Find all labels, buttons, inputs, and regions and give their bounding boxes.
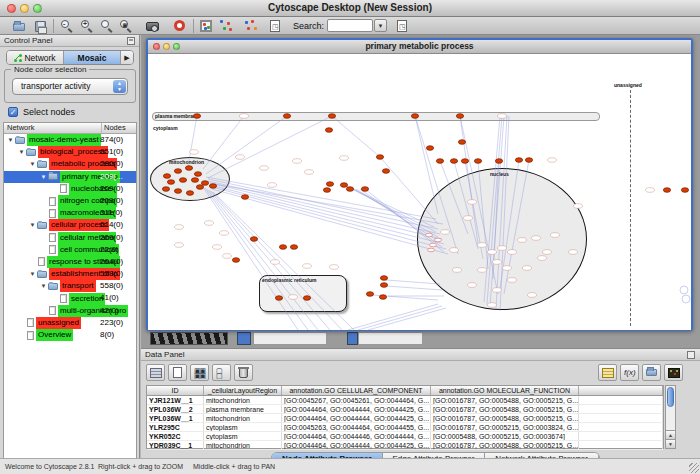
gene-node[interactable] xyxy=(162,187,169,192)
gene-label-node[interactable] xyxy=(426,233,433,237)
table-cell[interactable]: [GO:0044464, GO:0044446, GO:0044444, G..… xyxy=(282,432,431,440)
gene-label-node[interactable] xyxy=(478,268,487,273)
delete-attribute-icon[interactable] xyxy=(234,364,253,381)
background-window-fragment[interactable] xyxy=(237,332,251,345)
tree-row[interactable]: ▼transport558(0) xyxy=(4,280,136,292)
gene-label-node[interactable] xyxy=(468,283,477,288)
tree-row-label[interactable]: transport xyxy=(60,280,96,292)
expander-icon[interactable]: ▼ xyxy=(6,134,15,146)
column-header[interactable] xyxy=(579,386,663,395)
gene-node[interactable] xyxy=(436,159,443,164)
gene-label-node[interactable] xyxy=(435,238,442,242)
gene-label-node[interactable] xyxy=(508,278,517,283)
attribute-table[interactable]: ID_cellularLayoutRegionannotation.GO CEL… xyxy=(146,385,664,449)
zoom-selected-icon[interactable]: ▣ xyxy=(119,19,134,33)
gene-label-node[interactable] xyxy=(430,243,437,247)
gene-label-node[interactable] xyxy=(268,183,277,188)
select-attributes-icon[interactable]: ▣▣▣▣ xyxy=(190,364,209,381)
gene-label-node[interactable] xyxy=(305,170,314,175)
gene-label-node[interactable] xyxy=(478,243,487,248)
gene-node[interactable] xyxy=(209,184,216,189)
gene-label-node[interactable] xyxy=(464,216,473,221)
tree-row[interactable]: ▼establishment of lo558(0) xyxy=(4,268,136,280)
tree-row[interactable]: ▼mosaic-demo-yeast874(0) xyxy=(4,134,136,146)
table-row[interactable]: YJR121W__1mitochondrion[GO:0045267, GO:0… xyxy=(147,396,663,405)
import-attributes-icon[interactable] xyxy=(642,364,661,381)
gene-node[interactable] xyxy=(275,296,282,301)
table-cell[interactable]: cytoplasm xyxy=(204,432,282,440)
gene-label-node[interactable] xyxy=(508,250,517,255)
table-cell[interactable]: [GO:0016787, GO:0005488, GO:0005215, G..… xyxy=(431,405,579,413)
gene-node[interactable] xyxy=(450,159,457,164)
gene-node[interactable] xyxy=(196,185,203,190)
gene-node[interactable] xyxy=(379,295,386,300)
gene-node[interactable] xyxy=(325,128,332,133)
background-window-fragment[interactable] xyxy=(358,332,423,345)
tree-row[interactable]: Overview8(0) xyxy=(4,329,136,341)
gene-label-node[interactable] xyxy=(175,243,184,248)
table-cell[interactable]: YLR295C xyxy=(147,423,204,431)
column-header[interactable]: _cellularLayoutRegion xyxy=(204,386,282,395)
gene-label-node[interactable] xyxy=(532,236,541,241)
gene-node[interactable] xyxy=(174,189,181,194)
table-cell[interactable] xyxy=(579,441,663,449)
tree-row[interactable]: ▼cellular process614(0) xyxy=(4,219,136,231)
table-vertical-scrollbar[interactable]: ▲ ▼ xyxy=(665,385,676,449)
gene-label-node[interactable] xyxy=(528,293,537,298)
tree-row[interactable]: macromolecule311(0) xyxy=(4,207,136,219)
select-nodes-checkbox[interactable]: ✓ xyxy=(8,107,18,117)
tree-row[interactable]: response to stimulu264(0) xyxy=(4,256,136,268)
table-row[interactable]: YKR052Ccytoplasm[GO:0044464, GO:0044446,… xyxy=(147,432,663,441)
table-cell[interactable]: [GO:0016787, GO:0005488, GO:0005215, G..… xyxy=(431,441,579,449)
table-cell[interactable]: YPL036W__1 xyxy=(147,414,204,422)
gene-node[interactable] xyxy=(380,276,387,281)
gene-label-node[interactable] xyxy=(175,225,184,230)
gene-node[interactable] xyxy=(461,159,468,164)
background-window-fragment[interactable] xyxy=(253,332,327,345)
gene-node[interactable] xyxy=(179,178,186,183)
gene-label-node[interactable] xyxy=(223,254,232,259)
table-cell[interactable] xyxy=(579,432,663,440)
session-icon[interactable] xyxy=(395,19,410,33)
gene-label-node[interactable] xyxy=(450,248,459,253)
column-header[interactable]: annotation.GO CELLULAR_COMPONENT xyxy=(282,386,431,395)
table-cell[interactable]: [GO:0005488, GO:0005215, GO:0003674] xyxy=(431,432,579,440)
table-row[interactable]: YLR295Ccytoplasm[GO:0045263, GO:0044464,… xyxy=(147,423,663,432)
node-color-dropdown[interactable]: transporter activity ▲▼ xyxy=(12,78,128,95)
table-cell[interactable]: mitochondrion xyxy=(204,414,282,422)
gene-label-node[interactable] xyxy=(293,159,302,164)
save-icon[interactable] xyxy=(33,19,48,33)
gene-label-node[interactable] xyxy=(340,156,349,161)
tree-row-label[interactable]: unassigned xyxy=(36,317,81,329)
gene-label-node[interactable] xyxy=(518,238,527,243)
gene-label-node[interactable] xyxy=(205,221,214,226)
gene-node[interactable] xyxy=(361,187,368,192)
table-cell[interactable]: [GO:0016787, GO:0005488, GO:0005215, G..… xyxy=(431,396,579,404)
float-data-panel-icon[interactable] xyxy=(687,351,695,359)
gene-node[interactable] xyxy=(474,159,481,164)
table-cell[interactable] xyxy=(579,414,663,422)
gene-node[interactable] xyxy=(326,182,333,187)
gene-label-node[interactable] xyxy=(236,155,245,160)
network-canvas[interactable]: plasma membrane cytoplasm mitochondrion … xyxy=(148,54,691,330)
filter-icon[interactable] xyxy=(244,19,259,33)
table-cell[interactable]: YDR039C__1 xyxy=(147,441,204,449)
tree-row-label[interactable]: biological_process xyxy=(38,146,108,158)
tree-row[interactable]: unassigned223(0) xyxy=(4,317,136,329)
gene-label-node[interactable] xyxy=(646,188,655,193)
column-header[interactable]: annotation.GO MOLECULAR_FUNCTION xyxy=(431,386,579,395)
resize-grip[interactable] xyxy=(689,463,699,473)
gene-label-node[interactable] xyxy=(574,204,583,209)
background-window-fragment[interactable] xyxy=(150,332,228,345)
zoom-in-icon[interactable]: + xyxy=(80,19,95,33)
expander-icon[interactable]: ▼ xyxy=(39,280,48,292)
expander-icon[interactable]: ▼ xyxy=(39,171,48,183)
table-row[interactable]: YPL036W__1mitochondrion[GO:0044464, GO:0… xyxy=(147,414,663,423)
network-window-titlebar[interactable]: primary metabolic process xyxy=(148,40,691,54)
table-cell[interactable]: [GO:0045263, GO:0044464, GO:0044455, G..… xyxy=(282,423,431,431)
tab-network[interactable]: Network xyxy=(7,51,64,64)
gene-label-node[interactable] xyxy=(551,233,560,238)
table-cell[interactable]: [GO:0016787, GO:0005488, GO:0005215, G..… xyxy=(431,414,579,422)
help-icon[interactable] xyxy=(173,19,188,33)
table-cell[interactable]: YKR052C xyxy=(147,432,204,440)
